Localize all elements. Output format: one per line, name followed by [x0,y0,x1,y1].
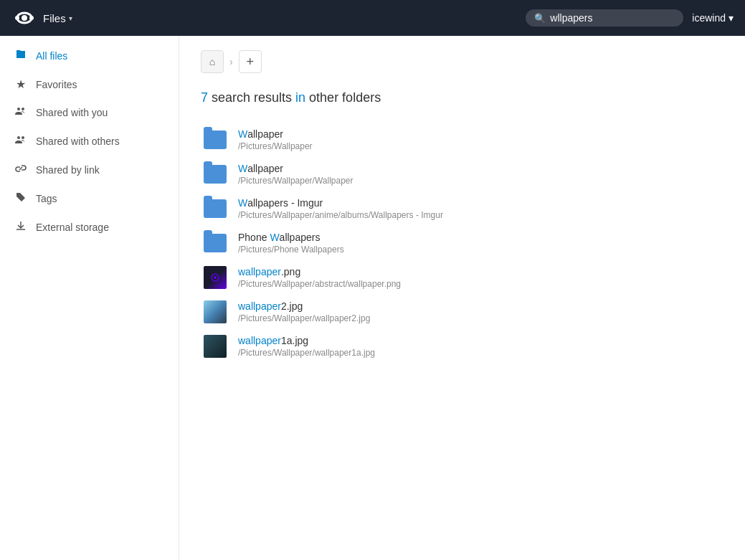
results-title: 7 search results in other folders [201,90,723,105]
name-rest: allpaper [247,163,283,174]
folder-thumb [204,232,227,255]
list-item[interactable]: Wallpaper /Pictures/Wallpaper/Wallpaper [201,157,723,191]
file-path: /Pictures/Wallpaper/wallpaper2.jpg [238,313,721,323]
file-path: /Pictures/Wallpaper/Wallpaper [238,176,721,186]
shared-with-you-icon [14,105,27,120]
image-thumb [204,300,227,323]
favorites-icon: ★ [14,77,27,91]
name-highlight: W [238,128,247,140]
nextcloud-logo [11,5,37,31]
file-info: Phone Wallpapers /Pictures/Phone Wallpap… [238,232,721,255]
folder-icon [204,130,227,149]
sidebar-item-tags[interactable]: Tags [0,184,179,213]
name-highlight: W [238,197,247,209]
name-rest: allpapers [280,232,321,243]
breadcrumb-separator: › [229,56,233,67]
folder-icon [204,234,227,252]
sidebar-item-favorites[interactable]: ★ Favorites [0,70,179,98]
results-text-post: other folders [305,90,381,105]
file-info: Wallpapers - Imgur /Pictures/Wallpaper/a… [238,197,721,220]
sidebar-item-shared-by-link[interactable]: Shared by link [0,156,179,184]
thumbnail-sky [204,300,227,323]
search-input[interactable] [550,12,675,24]
file-name: Wallpapers - Imgur [238,197,721,209]
sidebar-item-all-files[interactable]: All files [0,42,179,70]
results-text-mid: in [295,90,305,105]
user-name: icewind [692,12,726,24]
list-item[interactable]: wallpaper2.jpg /Pictures/Wallpaper/wallp… [201,295,723,329]
list-item[interactable]: Wallpapers - Imgur /Pictures/Wallpaper/a… [201,191,723,226]
name-rest: .png [281,266,300,277]
files-menu-button[interactable]: Files ▾ [43,12,72,24]
file-name: wallpaper1a.jpg [238,335,721,346]
svg-point-5 [17,108,20,110]
file-name: wallpaper.png [238,266,721,277]
main-content: ⌂ › + 7 search results in other folders … [179,36,745,560]
files-dropdown-arrow: ▾ [69,14,72,22]
files-label: Files [43,12,66,24]
name-highlight: W [270,232,279,243]
file-name: Wallpaper [238,128,721,140]
shared-with-others-icon [14,134,27,148]
svg-point-3 [15,16,19,20]
sidebar-item-label: Shared by link [36,164,100,176]
sidebar-item-label: Tags [36,193,57,204]
all-files-icon [14,49,27,63]
file-name: Phone Wallpapers [238,232,721,243]
search-icon: 🔍 [534,13,546,24]
add-icon: + [246,54,254,70]
folder-thumb [204,163,227,186]
name-rest: allpapers - Imgur [247,197,323,209]
sidebar-item-shared-with-you[interactable]: Shared with you [0,98,179,127]
folder-icon [204,165,227,184]
user-menu[interactable]: icewind ▾ [692,12,734,24]
sidebar-item-external-storage[interactable]: External storage [0,213,179,242]
sidebar-item-label: All files [36,50,67,62]
svg-point-8 [22,136,24,139]
external-storage-icon [14,220,27,234]
list-item[interactable]: wallpaper1a.jpg /Pictures/Wallpaper/wall… [201,329,723,364]
breadcrumb: ⌂ › + [201,50,723,73]
home-button[interactable]: ⌂ [201,50,224,73]
app-header: Files ▾ 🔍 icewind ▾ [0,0,745,36]
file-info: wallpaper1a.jpg /Pictures/Wallpaper/wall… [238,335,721,358]
file-path: /Pictures/Wallpaper/wallpaper1a.jpg [238,348,721,358]
name-prefix: Phone [238,232,270,243]
folder-thumb [204,197,227,220]
name-rest: 2.jpg [281,300,303,312]
search-bar[interactable]: 🔍 [526,9,683,27]
tags-icon [14,191,27,206]
svg-point-10 [214,276,217,279]
list-item[interactable]: Phone Wallpapers /Pictures/Phone Wallpap… [201,226,723,260]
list-item[interactable]: Wallpaper /Pictures/Wallpaper [201,123,723,157]
add-button[interactable]: + [239,50,262,73]
file-info: Wallpaper /Pictures/Wallpaper [238,128,721,151]
file-path: /Pictures/Phone Wallpapers [238,245,721,255]
results-count: 7 [201,90,208,105]
user-dropdown-arrow: ▾ [729,12,734,24]
file-path: /Pictures/Wallpaper/anime/albums/Wallpap… [238,210,721,220]
file-name: Wallpaper [238,163,721,174]
list-item[interactable]: wallpaper.png /Pictures/Wallpaper/abstra… [201,260,723,295]
link-icon [14,163,27,177]
image-thumb [204,335,227,358]
home-icon: ⌂ [209,56,215,67]
file-name: wallpaper2.jpg [238,300,721,312]
sidebar-item-shared-with-others[interactable]: Shared with others [0,127,179,156]
header-right: 🔍 icewind ▾ [526,9,734,27]
thumbnail-green [204,335,227,358]
sidebar-item-label: External storage [36,222,109,233]
name-highlight: W [238,163,247,174]
results-text-pre: search results [212,90,295,105]
name-rest: allpaper [247,128,283,140]
svg-point-4 [29,16,34,20]
sidebar-item-label: Shared with others [36,136,120,147]
file-info: wallpaper2.jpg /Pictures/Wallpaper/wallp… [238,300,721,323]
file-path: /Pictures/Wallpaper [238,141,721,151]
sidebar-item-label: Favorites [36,79,77,90]
name-highlight: wallpaper [238,335,281,346]
file-info: wallpaper.png /Pictures/Wallpaper/abstra… [238,266,721,289]
svg-point-2 [22,15,27,21]
file-path: /Pictures/Wallpaper/abstract/wallpaper.p… [238,279,721,289]
file-info: Wallpaper /Pictures/Wallpaper/Wallpaper [238,163,721,186]
